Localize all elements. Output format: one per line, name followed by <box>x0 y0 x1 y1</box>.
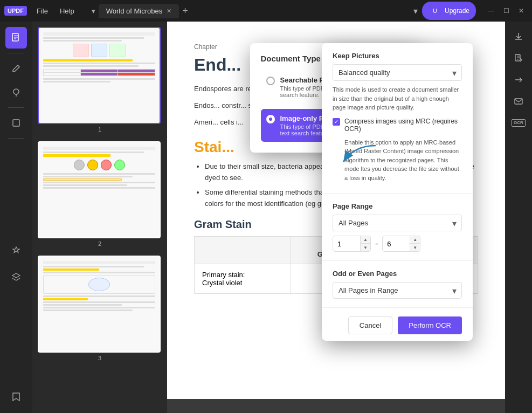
odd-even-title: Odd or Even Pages <box>333 270 462 278</box>
app-logo: UPDF <box>4 6 27 16</box>
searchable-radio-dot <box>266 77 275 85</box>
menu-help[interactable]: Help <box>54 5 80 17</box>
number-range: ▲ ▼ - ▲ ▼ <box>333 236 462 252</box>
from-spin-buttons: ▲ ▼ <box>360 236 370 251</box>
from-spin-down[interactable]: ▼ <box>361 244 370 251</box>
dialog-overlay: Document Type Searchable PDF This type o… <box>167 22 505 413</box>
quality-dropdown[interactable]: Balanced quality High quality Low qualit… <box>333 64 462 81</box>
tab-title: World of Microbes <box>106 7 163 15</box>
menu-file[interactable]: File <box>31 5 53 17</box>
thumbnail-image-1 <box>38 27 161 124</box>
compress-checkbox[interactable]: ✓ <box>333 118 340 126</box>
page-range-dropdown-wrapper: All Pages Custom Range <box>333 215 462 231</box>
from-number-wrapper: ▲ ▼ <box>333 236 371 252</box>
svg-point-1 <box>13 89 19 94</box>
keep-pictures-title: Keep Pictures <box>333 52 462 60</box>
compress-label: Compress images using MRC (requires OCR) <box>344 118 462 133</box>
page-range-section: Page Range All Pages Custom Range ▲ ▼ <box>322 196 473 258</box>
right-sidebar: OCR <box>505 22 532 413</box>
odd-even-section: Odd or Even Pages All Pages in Range Odd… <box>322 263 473 305</box>
to-spin-down[interactable]: ▼ <box>410 244 420 251</box>
thumbnail-image-3 <box>38 256 161 353</box>
upgrade-label: Upgrade <box>445 7 469 15</box>
sidebar-icon-annotate[interactable] <box>5 81 27 103</box>
page-number-2: 2 <box>38 240 162 247</box>
page-number-3: 3 <box>38 355 162 361</box>
range-dash: - <box>375 239 378 249</box>
thumbnail-image-2 <box>38 141 161 238</box>
maximize-button[interactable]: ☐ <box>500 4 513 17</box>
content-area: Chapter End... Endospores are reproducti… <box>167 22 505 413</box>
thumbnail-panel: 1 <box>32 22 167 413</box>
compress-checkbox-row: ✓ Compress images using MRC (requires OC… <box>333 118 462 133</box>
svg-rect-5 <box>515 99 522 104</box>
sidebar-icon-edit[interactable] <box>5 58 27 79</box>
left-sidebar <box>0 22 32 413</box>
svg-rect-2 <box>13 120 19 126</box>
window-controls: — ☐ ✕ <box>485 4 528 17</box>
cancel-button[interactable]: Cancel <box>348 316 392 334</box>
page-range-dropdown[interactable]: All Pages Custom Range <box>333 215 462 231</box>
to-spin-up[interactable]: ▲ <box>410 236 420 244</box>
user-avatar: U <box>429 4 441 17</box>
close-button[interactable]: ✕ <box>515 4 528 17</box>
sidebar-icon-document[interactable] <box>5 27 27 49</box>
range-from-input[interactable] <box>333 237 360 251</box>
titlebar: UPDF File Help ▾ World of Microbes ✕ + ▾… <box>0 0 532 22</box>
convert-button[interactable] <box>509 70 528 90</box>
odd-even-dropdown-wrapper: All Pages in Range Odd Pages Only Even P… <box>333 282 462 299</box>
save-to-cloud-button[interactable] <box>509 27 528 46</box>
keep-pictures-section: Keep Pictures Balanced quality High qual… <box>322 43 473 191</box>
section-divider-1 <box>322 193 473 194</box>
menu-bar: File Help <box>31 5 80 17</box>
pdf-options-button[interactable] <box>509 49 528 68</box>
main-area: 1 <box>0 22 532 413</box>
dialog-buttons: Cancel Perform OCR <box>322 310 473 341</box>
divider-2 <box>8 107 24 108</box>
sidebar-icon-layers[interactable] <box>5 266 27 287</box>
to-spin-buttons: ▲ ▼ <box>410 236 420 251</box>
tab-bar: ▾ World of Microbes ✕ + ▾ <box>88 4 418 18</box>
range-to-input[interactable] <box>383 237 410 251</box>
sidebar-icon-crop[interactable] <box>5 112 27 134</box>
page-number-1: 1 <box>38 126 162 133</box>
quality-dropdown-wrapper: Balanced quality High quality Low qualit… <box>333 64 462 81</box>
new-tab-button[interactable]: + <box>182 5 188 17</box>
ocr-button[interactable]: OCR <box>509 113 528 133</box>
tab-dropdown-left[interactable]: ▾ <box>88 5 99 17</box>
thumbnail-page-1[interactable]: 1 <box>38 27 162 133</box>
image-only-radio-dot <box>266 115 275 123</box>
tab-close-button[interactable]: ✕ <box>167 8 171 15</box>
section-divider-2 <box>322 260 473 261</box>
divider-3 <box>8 138 24 139</box>
checkmark-icon: ✓ <box>334 119 338 125</box>
mrc-description: Enable this option to apply an MRC-based… <box>344 138 462 183</box>
from-spin-up[interactable]: ▲ <box>361 236 370 244</box>
thumbnail-page-2[interactable]: 2 <box>38 141 162 247</box>
sidebar-icon-bookmark[interactable] <box>5 386 27 408</box>
page-range-title: Page Range <box>333 202 462 210</box>
section-divider-3 <box>322 307 473 308</box>
ocr-settings-dialog: Keep Pictures Balanced quality High qual… <box>322 43 473 341</box>
document-tab[interactable]: World of Microbes ✕ <box>99 4 179 18</box>
sidebar-icon-star[interactable] <box>5 240 27 261</box>
odd-even-dropdown[interactable]: All Pages in Range Odd Pages Only Even P… <box>333 282 462 299</box>
divider-1 <box>8 53 24 53</box>
thumbnail-page-3[interactable]: 3 <box>38 256 162 361</box>
upgrade-button[interactable]: U Upgrade <box>422 2 476 20</box>
ocr-label: OCR <box>512 119 526 127</box>
perform-ocr-button[interactable]: Perform OCR <box>398 316 462 334</box>
to-number-wrapper: ▲ ▼ <box>382 236 420 252</box>
minimize-button[interactable]: — <box>485 4 498 17</box>
quality-description: This mode is used to create a document s… <box>333 85 462 112</box>
tab-overflow-button[interactable]: ▾ <box>413 6 418 16</box>
email-button[interactable] <box>509 92 528 111</box>
